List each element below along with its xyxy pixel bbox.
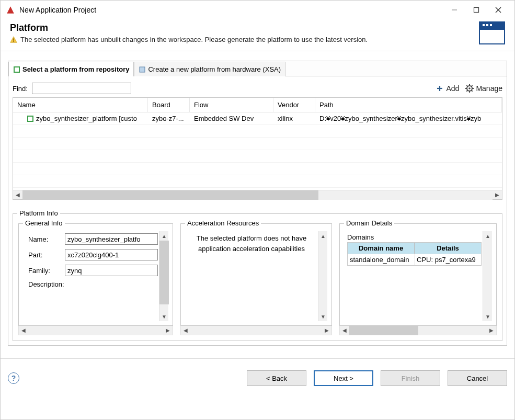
cell-flow: Embedded SW Dev <box>190 113 273 124</box>
scroll-right-icon[interactable]: ▶ <box>322 326 331 335</box>
cell-board: zybo-z7-... <box>148 113 190 124</box>
help-button[interactable]: ? <box>8 372 19 384</box>
table-header: Name Board Flow Vendor Path <box>13 98 502 112</box>
scroll-left-icon[interactable]: ◀ <box>340 326 349 335</box>
window-icon <box>479 21 505 44</box>
accel-legend: Acceleration Resources <box>185 219 261 227</box>
domain-details-group: Domain Details Domains Domain name Detai… <box>339 223 497 326</box>
close-button[interactable] <box>487 3 509 17</box>
platform-tabs: Select a platform from repository Create… <box>8 61 507 76</box>
app-icon <box>6 5 15 15</box>
add-button[interactable]: Add <box>436 84 459 93</box>
svg-rect-22 <box>28 117 32 121</box>
svg-rect-5 <box>13 41 14 41</box>
scroll-down-icon[interactable]: ▼ <box>159 312 169 321</box>
scroll-right-icon[interactable]: ▶ <box>493 190 502 200</box>
domain-col-name[interactable]: Domain name <box>348 243 415 254</box>
svg-rect-1 <box>474 8 479 13</box>
family-field[interactable] <box>65 265 158 276</box>
domain-row[interactable]: standalone_domain CPU: ps7_cortexa9 <box>348 254 481 265</box>
plus-icon <box>436 84 444 93</box>
scroll-right-icon[interactable]: ▶ <box>163 326 173 335</box>
general-info-group: General Info Name: Part: <box>18 223 173 326</box>
scroll-left-icon[interactable]: ◀ <box>13 190 22 200</box>
svg-line-17 <box>467 85 468 86</box>
maximize-button[interactable] <box>465 3 487 17</box>
scroll-up-icon[interactable]: ▲ <box>318 231 328 241</box>
accel-hscroll[interactable]: ◀ ▶ <box>180 326 332 335</box>
table-row[interactable]: zybo_synthesizer_platform [custo zybo-z7… <box>13 112 502 125</box>
cell-path: D:¥v20¥zybo_synthesizer¥zybo_synthesizer… <box>315 113 502 124</box>
platform-icon <box>13 66 20 73</box>
family-label: Family: <box>28 267 65 275</box>
domain-cell-details: CPU: ps7_cortexa9 <box>415 254 481 265</box>
description-label: Description: <box>28 280 64 288</box>
svg-rect-4 <box>13 38 14 40</box>
name-field[interactable] <box>65 233 158 245</box>
scroll-down-icon[interactable]: ▼ <box>483 312 493 321</box>
svg-line-18 <box>472 90 473 92</box>
scroll-up-icon[interactable]: ▲ <box>483 231 493 241</box>
general-legend: General Info <box>23 219 65 227</box>
gear-icon <box>465 84 474 93</box>
cell-name: zybo_synthesizer_platform [custo <box>36 115 137 122</box>
scroll-left-icon[interactable]: ◀ <box>181 326 190 335</box>
col-path[interactable]: Path <box>315 98 502 112</box>
svg-point-12 <box>469 87 471 89</box>
domain-col-details[interactable]: Details <box>415 243 481 254</box>
scroll-right-icon[interactable]: ▶ <box>487 326 496 335</box>
platform-table: Name Board Flow Vendor Path zybo_synthes… <box>13 97 502 200</box>
scroll-up-icon[interactable]: ▲ <box>159 231 169 241</box>
warning-icon <box>10 36 17 43</box>
svg-rect-7 <box>15 67 19 72</box>
chip-icon <box>139 66 146 73</box>
platform-info-legend: Platform Info <box>17 209 60 217</box>
name-label: Name: <box>28 235 65 243</box>
back-button[interactable]: < Back <box>247 370 306 386</box>
page-title: Platform <box>10 22 479 33</box>
scroll-down-icon[interactable]: ▼ <box>318 312 328 321</box>
acceleration-group: Acceleration Resources The selected plat… <box>180 223 332 326</box>
part-field[interactable] <box>65 249 158 260</box>
domains-label: Domains <box>347 233 482 241</box>
domain-hscroll[interactable]: ◀ ▶ <box>339 326 497 335</box>
platform-info-group: Platform Info General Info Name: <box>13 213 502 341</box>
accel-vscroll[interactable]: ▲ ▼ <box>318 231 327 321</box>
find-input[interactable] <box>32 83 131 94</box>
table-hscroll[interactable]: ◀ ▶ <box>13 190 502 199</box>
dialog-header: Platform The selected platform has unbui… <box>1 19 514 51</box>
tab-select-repository[interactable]: Select a platform from repository <box>8 62 134 76</box>
minimize-button[interactable] <box>443 3 465 17</box>
titlebar: New Application Project <box>1 1 514 19</box>
tab-create-xsa[interactable]: Create a new platform from hardware (XSA… <box>134 62 285 76</box>
col-board[interactable]: Board <box>148 98 190 112</box>
col-name[interactable]: Name <box>13 98 148 112</box>
platform-icon <box>27 115 34 122</box>
domain-vscroll[interactable]: ▲ ▼ <box>483 231 492 321</box>
scroll-left-icon[interactable]: ◀ <box>19 326 28 335</box>
part-label: Part: <box>28 251 65 259</box>
general-vscroll[interactable]: ▲ ▼ <box>159 231 168 321</box>
col-flow[interactable]: Flow <box>190 98 273 112</box>
domain-legend: Domain Details <box>344 219 394 227</box>
window-title: New Application Project <box>19 6 96 14</box>
svg-rect-8 <box>140 67 145 72</box>
domains-table: Domain name Details standalone_domain CP… <box>347 242 482 266</box>
accel-text-1: The selected platform does not have <box>185 233 318 244</box>
domain-cell-name: standalone_domain <box>348 254 415 265</box>
dialog-footer: ? < Back Next > Finish Cancel <box>1 358 514 393</box>
general-hscroll[interactable]: ◀ ▶ <box>18 326 173 335</box>
manage-label: Manage <box>476 84 502 93</box>
warning-text: The selected platform has unbuilt change… <box>20 36 368 43</box>
find-label: Find: <box>13 85 28 93</box>
add-label: Add <box>446 84 459 93</box>
cancel-button[interactable]: Cancel <box>448 370 507 386</box>
next-button[interactable]: Next > <box>314 370 373 386</box>
svg-line-20 <box>467 90 468 92</box>
col-vendor[interactable]: Vendor <box>273 98 315 112</box>
finish-button[interactable]: Finish <box>381 370 440 386</box>
svg-line-19 <box>472 85 473 86</box>
tab-label: Create a new platform from hardware (XSA… <box>148 65 281 73</box>
manage-button[interactable]: Manage <box>465 84 502 93</box>
tab-label: Select a platform from repository <box>22 65 129 73</box>
